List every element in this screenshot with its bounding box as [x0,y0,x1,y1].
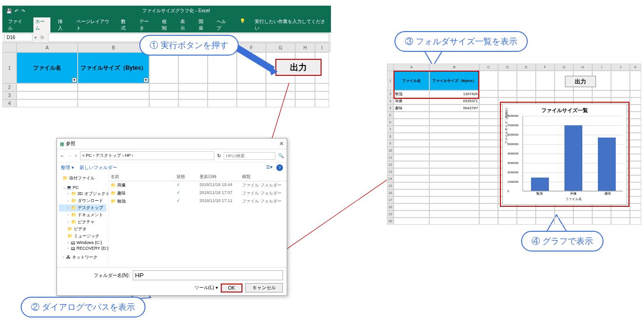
cell[interactable] [498,218,517,225]
new-folder-button[interactable]: 新しいフォルダー [80,164,117,171]
tab-home[interactable]: ホーム [33,17,50,32]
cell[interactable] [555,90,573,97]
row-header[interactable]: 10 [387,147,394,154]
cell-a2[interactable] [16,83,78,91]
cell[interactable] [630,218,641,225]
col-k[interactable]: K [630,64,641,71]
cell[interactable] [630,182,641,189]
col-j[interactable]: J [611,64,630,71]
cell[interactable] [394,140,429,147]
cell[interactable] [394,168,429,175]
col-d[interactable]: D [498,64,517,71]
tab-layout[interactable]: ページレイアウト [74,17,113,32]
cell[interactable] [536,90,555,97]
cell[interactable] [517,211,536,218]
cell[interactable] [315,91,329,99]
col-type[interactable]: 種類 [242,174,285,180]
cell[interactable] [237,99,266,107]
row-header[interactable]: 1 [387,71,394,90]
back-icon[interactable]: ← [60,153,64,158]
tab-help[interactable]: ヘルプ [215,17,232,32]
cell[interactable] [208,83,237,91]
tab-developer[interactable]: 開発 [197,17,209,32]
tree-attach[interactable]: 📁 添付ファイル [59,175,106,182]
forward-icon[interactable]: → [67,153,72,158]
cell[interactable] [479,189,498,196]
tab-file[interactable]: ファイル [6,17,28,32]
cell-a3[interactable] [16,91,78,99]
cell[interactable] [536,218,555,225]
cell-d1[interactable] [178,52,208,83]
row-header[interactable]: 18 [387,203,394,211]
cell[interactable] [611,90,630,97]
tree-network[interactable]: ›🖧 ネットワーク [59,254,106,261]
row-header[interactable]: 13 [387,168,394,175]
cell-b2[interactable] [78,83,149,91]
cell[interactable] [266,83,295,91]
tree-3d[interactable]: ›📁 3D オブジェクト [59,190,106,197]
cell[interactable] [479,196,498,203]
tree-drive-d[interactable]: ›🖴 RECOVERY (D:) [59,245,106,251]
tree-pictures[interactable]: ›📁 ピクチャ [59,219,106,226]
cell[interactable] [611,71,630,90]
cell[interactable] [295,83,315,91]
cell[interactable] [149,91,178,99]
cell[interactable] [517,90,536,97]
cell[interactable] [149,83,178,91]
cell[interactable] [429,203,479,211]
cell-c1[interactable] [149,52,178,83]
tab-view[interactable]: 表示 [178,17,191,32]
cell-b4[interactable] [78,99,149,107]
row-header[interactable]: 3 [387,97,394,105]
cell[interactable] [630,126,641,133]
output-button-small[interactable]: 出力 [565,76,596,87]
cell[interactable] [479,154,498,161]
folder-name-input[interactable] [133,270,283,280]
up-icon[interactable]: ↑ [75,153,77,158]
row-header[interactable]: 4 [387,105,394,112]
cell[interactable] [394,211,429,218]
cell[interactable] [630,119,641,126]
folder-tree[interactable]: 📁 添付ファイル ⌄💻 PC ›📁 3D オブジェクト ›📁 ダウンロード ›📁… [57,173,109,267]
name-box[interactable]: D16 [4,33,32,41]
col-e[interactable]: E [517,64,536,71]
cell[interactable] [394,126,429,133]
cell[interactable] [429,218,479,225]
list-item[interactable]: 📁 趣味✓2018/11/18 17:07ファイル フォルダー [109,189,287,197]
cell[interactable] [394,175,429,182]
tree-pc[interactable]: ⌄💻 PC [59,185,106,190]
cell[interactable] [592,90,611,97]
cell-b1[interactable]: ファイルサイズ（Bytes）▾ [78,52,149,83]
tell-me[interactable]: 実行したい作業を入力してください [253,17,327,32]
cell[interactable] [149,99,178,107]
col-date[interactable]: 更新日時 [200,174,242,180]
cell[interactable] [429,161,479,168]
save-icon[interactable]: 💾 [6,8,12,14]
cell[interactable] [479,161,498,168]
cell[interactable] [630,196,641,203]
cell[interactable] [429,140,479,147]
cell[interactable] [630,97,641,105]
col-status[interactable]: 状態 [177,174,200,180]
cell[interactable] [479,133,498,140]
list-item[interactable]: 📁 勉強✓2018/11/18 17:11ファイル フォルダー [109,197,287,205]
cell[interactable] [498,71,517,90]
col-header-g[interactable]: G [266,43,295,52]
cell[interactable] [394,133,429,140]
view-icon[interactable]: ☰▾ [266,164,273,171]
cell[interactable] [394,196,429,203]
cell[interactable] [498,90,517,97]
cell[interactable] [429,119,479,126]
cell[interactable] [517,218,536,225]
cell[interactable] [266,99,295,107]
col-a[interactable]: A [394,64,429,71]
cell[interactable]: ファイル名 [394,71,429,90]
cell[interactable]: 勉強 [394,90,429,97]
refresh-icon[interactable]: ↻ [217,153,221,158]
row-header[interactable]: 17 [387,196,394,203]
cell[interactable] [429,175,479,182]
cell[interactable] [611,218,630,225]
cell[interactable] [479,140,498,147]
cell[interactable] [517,71,536,90]
cell[interactable]: 画像 [394,97,429,105]
